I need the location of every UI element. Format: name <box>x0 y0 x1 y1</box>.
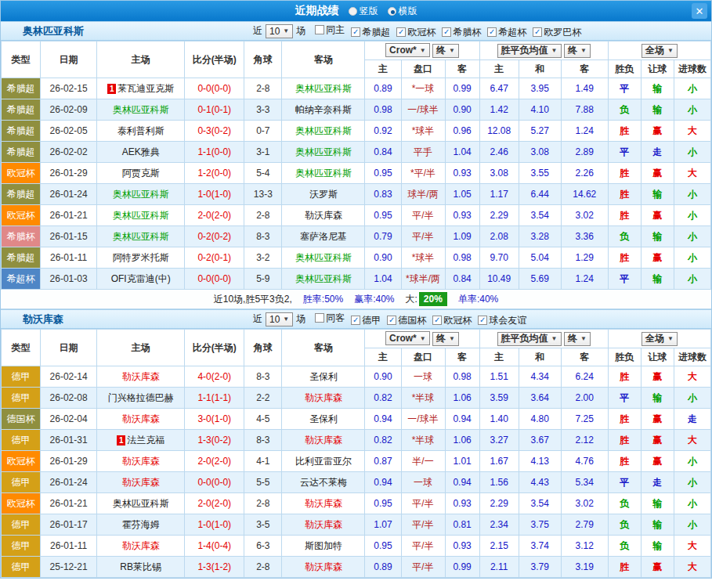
away-team[interactable]: 奥林匹亚科斯 <box>282 121 365 142</box>
filter-希腊杯[interactable]: ✓希腊杯 <box>442 26 481 39</box>
filter-球会友谊[interactable]: ✓球会友谊 <box>478 314 526 327</box>
corner-count: 3-1 <box>244 142 282 163</box>
asia-away-odds: 0.93 <box>445 493 479 514</box>
away-team[interactable]: 奥林匹亚科斯 <box>282 78 365 99</box>
league-type-badge: 欧冠杯 <box>2 493 41 514</box>
europe-avg-select[interactable]: 胜平负均值 <box>497 332 562 346</box>
away-team[interactable]: 塞萨洛尼基 <box>282 226 365 247</box>
filter-同客[interactable]: 同客 <box>315 312 345 325</box>
goals-flag: 小 <box>674 142 710 163</box>
filter-希腊超[interactable]: ✓希腊超 <box>351 26 390 39</box>
away-team[interactable]: 奥林匹亚科斯 <box>282 163 365 184</box>
filter-同主[interactable]: 同主 <box>315 23 345 37</box>
score: 0-2(0-2) <box>185 226 244 247</box>
home-team[interactable]: 门兴格拉德巴赫 <box>97 388 185 409</box>
match-date: 26-02-02 <box>41 142 97 163</box>
home-team[interactable]: 泰利普利斯 <box>97 121 185 142</box>
odds-company-select[interactable]: Crow* <box>385 331 430 345</box>
match-row: 德甲26-01-24勒沃库森0-0(0-0)5-5云达不莱梅0.94一球0.94… <box>2 472 711 493</box>
close-icon[interactable]: ✕ <box>692 3 707 19</box>
home-team[interactable]: RB莱比锡 <box>97 557 185 578</box>
asia-final-select[interactable]: 终 <box>432 44 459 58</box>
filter-欧冠杯[interactable]: ✓欧冠杯 <box>396 26 436 39</box>
scope-select[interactable]: 全场 <box>642 332 678 346</box>
match-row: 德甲26-01-11勒沃库森1-4(0-4)6-3斯图加特0.95平/半0.93… <box>2 536 711 557</box>
col-eu-draw: 和 <box>519 348 561 366</box>
home-team[interactable]: 阿贾克斯 <box>97 163 185 184</box>
asia-away-odds: 0.96 <box>445 121 479 142</box>
filter-欧罗巴杯[interactable]: ✓欧罗巴杯 <box>533 26 581 39</box>
filter-德甲[interactable]: ✓德甲 <box>351 314 381 327</box>
away-team[interactable]: 奥林匹亚科斯 <box>282 142 365 163</box>
score: 1-1(1-1) <box>185 388 244 409</box>
home-team[interactable]: 阿特罗米托斯 <box>97 247 185 269</box>
filter-欧冠杯[interactable]: ✓欧冠杯 <box>432 314 472 327</box>
match-date: 26-01-24 <box>41 184 97 205</box>
league-type-badge: 欧冠杯 <box>2 163 41 184</box>
corner-count: 3-3 <box>244 99 282 121</box>
recent-count-select[interactable]: 10 <box>266 312 293 326</box>
asia-away-odds: 1.04 <box>445 142 479 163</box>
home-team[interactable]: AEK雅典 <box>97 142 185 163</box>
col-score: 比分(半场) <box>185 330 244 366</box>
europe-avg-select[interactable]: 胜平负均值 <box>497 44 562 58</box>
away-team[interactable]: 勒沃库森 <box>282 430 365 451</box>
match-date: 26-02-04 <box>41 409 97 430</box>
eu-home-odds: 2.29 <box>479 493 519 514</box>
eu-home-odds: 3.27 <box>479 430 519 451</box>
goals-flag: 小 <box>674 247 710 269</box>
col-asia-handicap: 盘口 <box>401 60 445 78</box>
away-team[interactable]: 勒沃库森 <box>282 557 365 578</box>
col-asia-handicap: 盘口 <box>401 348 445 366</box>
layout-radio-vertical[interactable]: 竖版 <box>349 5 378 18</box>
scope-select[interactable]: 全场 <box>642 44 678 58</box>
away-team[interactable]: 勒沃库森 <box>282 493 365 514</box>
corner-count: 5-5 <box>244 472 282 493</box>
away-team[interactable]: 勒沃库森 <box>282 388 365 409</box>
odds-company-select[interactable]: Crow* <box>385 43 430 57</box>
home-team[interactable]: 奥林匹亚科斯 <box>97 226 185 247</box>
home-team[interactable]: 奥林匹亚科斯 <box>97 205 185 226</box>
europe-final-select[interactable]: 终 <box>564 332 591 346</box>
home-team[interactable]: 奥林匹亚科斯 <box>97 493 185 514</box>
home-team[interactable]: 霍芬海姆 <box>97 514 185 536</box>
away-team[interactable]: 圣保利 <box>282 366 365 388</box>
home-team[interactable]: 奥林匹亚科斯 <box>97 99 185 121</box>
asia-final-select[interactable]: 终 <box>432 332 459 346</box>
filter-希超杯[interactable]: ✓希超杯 <box>487 26 526 39</box>
europe-final-select[interactable]: 终 <box>564 44 591 58</box>
home-team[interactable]: 奥林匹亚科斯 <box>97 184 185 205</box>
asia-handicap: 一球 <box>401 366 445 388</box>
filter-德国杯[interactable]: ✓德国杯 <box>387 314 426 327</box>
home-team[interactable]: 勒沃库森 <box>97 409 185 430</box>
corner-count: 8-3 <box>244 366 282 388</box>
eu-draw-odds: 3.74 <box>519 536 561 557</box>
checkbox-icon <box>315 313 324 323</box>
asia-handicap: 一球 <box>401 472 445 493</box>
layout-radio-horizontal[interactable]: 横版 <box>388 5 417 18</box>
home-team[interactable]: 勒沃库森 <box>97 451 185 472</box>
matches-table-1: 类型 日期 主场 比分(半场) 角球 客场 Crow* 终 胜平负均值 终 全场 <box>1 41 711 290</box>
away-team[interactable]: 勒沃库森 <box>282 205 365 226</box>
away-team[interactable]: 沃罗斯 <box>282 184 365 205</box>
home-team[interactable]: 1法兰克福 <box>97 430 185 451</box>
away-team[interactable]: 奥林匹亚科斯 <box>282 269 365 290</box>
league-type-badge: 德国杯 <box>2 409 41 430</box>
home-team[interactable]: 勒沃库森 <box>97 536 185 557</box>
home-team[interactable]: 勒沃库森 <box>97 366 185 388</box>
match-row: 德甲26-02-08门兴格拉德巴赫1-1(1-1)2-2勒沃库森0.82*半球1… <box>2 388 711 409</box>
away-team[interactable]: 圣保利 <box>282 409 365 430</box>
home-team[interactable]: 勒沃库森 <box>97 472 185 493</box>
result-flag: 平 <box>608 472 641 493</box>
asia-home-odds: 0.95 <box>365 536 401 557</box>
recent-label: 近 <box>253 312 262 326</box>
home-team[interactable]: OFI克雷迪(中) <box>97 269 185 290</box>
home-team[interactable]: 1莱瓦迪亚克斯 <box>97 78 185 99</box>
recent-count-select[interactable]: 10 <box>266 24 293 38</box>
away-team[interactable]: 奥林匹亚科斯 <box>282 247 365 269</box>
away-team[interactable]: 帕纳辛奈科斯 <box>282 99 365 121</box>
away-team[interactable]: 斯图加特 <box>282 536 365 557</box>
away-team[interactable]: 勒沃库森 <box>282 514 365 536</box>
away-team[interactable]: 比利亚雷亚尔 <box>282 451 365 472</box>
away-team[interactable]: 云达不莱梅 <box>282 472 365 493</box>
